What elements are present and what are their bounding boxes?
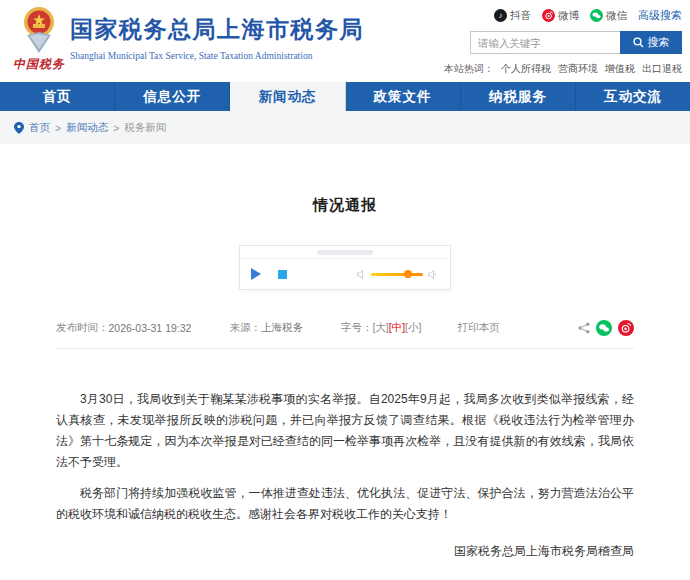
article-content: 情况通报 发布时间： 2026-03-31 19:32 [0, 144, 690, 560]
source-label: 来源： [229, 321, 261, 333]
hotword-link[interactable]: 个人所得税 [501, 62, 551, 76]
nav-item-tax-service[interactable]: 纳税服务 [461, 82, 576, 111]
audio-player-controls [240, 259, 450, 289]
breadcrumb-home[interactable]: 首页 [29, 121, 50, 135]
article-signature: 国家税务总局上海市税务局稽查局 [56, 543, 634, 560]
hotwords-row: 本站热词： 个人所得税 营商环境 增值税 出口退税 [470, 62, 682, 76]
search-button-label: 搜索 [648, 35, 670, 50]
weibo-icon [542, 9, 555, 22]
audio-progress-pill [317, 250, 373, 255]
share-weibo-icon[interactable] [618, 320, 634, 336]
search-button[interactable]: 搜索 [620, 31, 682, 54]
search-icon [633, 37, 644, 48]
publish-time-label: 发布时间： [56, 321, 109, 335]
audio-player-header [240, 246, 450, 259]
audio-player [239, 245, 451, 290]
hotword-link[interactable]: 营商环境 [558, 62, 598, 76]
site-title-block: 国家税务总局上海市税务局 Shanghai Municipal Tax Serv… [70, 14, 364, 61]
douyin-label: 抖音 [510, 9, 531, 23]
douyin-link[interactable]: ♪ 抖音 [494, 9, 531, 23]
article-body: 3月30日，我局收到关于鞠某某涉税事项的实名举报。自2025年9月起，我局多次收… [56, 389, 634, 525]
main-nav: 首页 信息公开 新闻动态 政策文件 纳税服务 互动交流 [0, 82, 690, 111]
volume-down-icon[interactable] [357, 270, 366, 279]
weibo-label: 微博 [558, 9, 579, 23]
share-wechat-icon[interactable] [596, 320, 612, 336]
location-pin-icon [14, 122, 24, 134]
douyin-icon: ♪ [494, 9, 507, 22]
site-title: 国家税务总局上海市税务局 [70, 14, 364, 45]
nav-item-policy[interactable]: 政策文件 [346, 82, 461, 111]
header-right: ♪ 抖音 微博 微信 高级搜索 [470, 8, 682, 76]
fontsize-label: 字号： [341, 321, 373, 333]
fontsize-control: 字号：[大][中][小] [341, 321, 422, 335]
article-title: 情况通报 [0, 144, 690, 215]
play-button[interactable] [251, 268, 261, 280]
wechat-link[interactable]: 微信 [590, 9, 627, 23]
site-subtitle: Shanghai Municipal Tax Service, State Ta… [70, 51, 364, 61]
breadcrumb-separator: > [113, 122, 119, 134]
nav-item-info-disclosure[interactable]: 信息公开 [115, 82, 230, 111]
advanced-search-link[interactable]: 高级搜索 [638, 8, 682, 23]
site-header: 中国税务 国家税务总局上海市税务局 Shanghai Municipal Tax… [0, 0, 690, 82]
hotword-link[interactable]: 出口退税 [642, 62, 682, 76]
article-paragraph: 税务部门将持续加强税收监管，一体推进查处违法、优化执法、促进守法、保护合法，努力… [56, 483, 634, 525]
logo-caption: 中国税务 [8, 56, 70, 73]
volume-up-icon[interactable] [428, 270, 439, 279]
fontsize-medium[interactable]: [中] [389, 321, 405, 333]
breadcrumb-news[interactable]: 新闻动态 [66, 121, 108, 135]
volume-knob[interactable] [404, 270, 412, 278]
source-value: 上海税务 [261, 321, 303, 333]
volume-group [357, 270, 439, 279]
search-input[interactable] [470, 31, 620, 54]
share-icon[interactable] [578, 322, 590, 334]
nav-item-news[interactable]: 新闻动态 [230, 82, 345, 111]
article-paragraph: 3月30日，我局收到关于鞠某某涉税事项的实名举报。自2025年9月起，我局多次收… [56, 389, 634, 473]
share-group [578, 320, 634, 336]
nav-item-home[interactable]: 首页 [0, 82, 115, 111]
fontsize-small[interactable]: [小] [405, 321, 421, 333]
nav-item-interaction[interactable]: 互动交流 [576, 82, 690, 111]
breadcrumb-separator: > [55, 122, 61, 134]
article-meta: 发布时间： 2026-03-31 19:32 来源：上海税务 字号：[大][中]… [56, 320, 634, 349]
wechat-label: 微信 [606, 9, 627, 23]
social-row: ♪ 抖音 微博 微信 高级搜索 [470, 8, 682, 23]
weibo-link[interactable]: 微博 [542, 9, 579, 23]
search-bar: 搜索 [470, 31, 682, 54]
volume-slider[interactable] [371, 273, 423, 276]
stop-button[interactable] [278, 270, 287, 279]
print-page-button[interactable]: 打印本页 [457, 321, 499, 335]
hotwords-label: 本站热词： [444, 62, 494, 76]
breadcrumb: 首页 > 新闻动态 > 税务新闻 [0, 111, 690, 144]
publish-time-value: 2026-03-31 19:32 [109, 322, 192, 334]
wechat-icon [590, 9, 603, 22]
site-logo[interactable]: 中国税务 [8, 5, 70, 79]
fontsize-large[interactable]: [大] [372, 321, 388, 333]
national-emblem-icon [13, 5, 65, 55]
breadcrumb-current: 税务新闻 [124, 121, 166, 135]
hotword-link[interactable]: 增值税 [605, 62, 635, 76]
